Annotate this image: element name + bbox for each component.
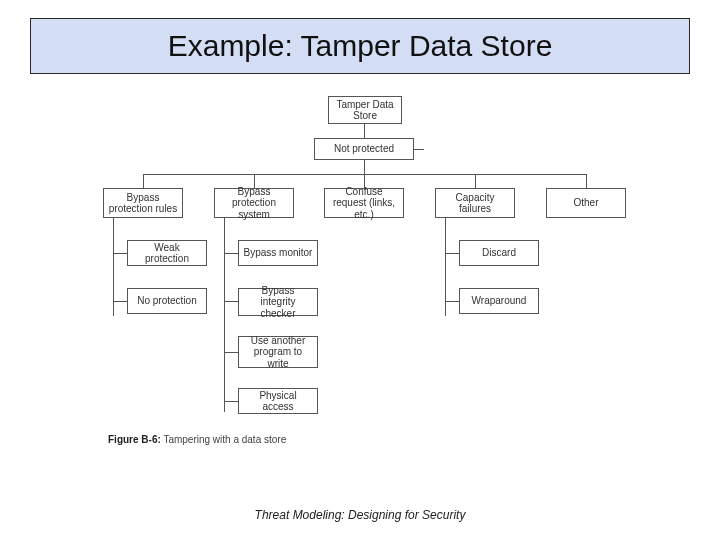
node-weak-protection: Weak protection <box>127 240 207 266</box>
node-discard: Discard <box>459 240 539 266</box>
node-bypass-protection-system: Bypass protection system <box>214 188 294 218</box>
node-confuse-request: Confuse request (links, etc.) <box>324 188 404 218</box>
connector <box>113 301 127 302</box>
connector <box>586 174 587 188</box>
node-bypass-integrity-checker: Bypass integrity checker <box>238 288 318 316</box>
figure-caption: Figure B-6: Tampering with a data store <box>108 434 286 445</box>
node-not-protected: Not protected <box>314 138 414 160</box>
node-use-another-program: Use another program to write <box>238 336 318 368</box>
node-bypass-protection-rules: Bypass protection rules <box>103 188 183 218</box>
connector <box>224 401 238 402</box>
connector <box>364 160 365 174</box>
connector <box>364 124 365 138</box>
slide: Example: Tamper Data Store Tamper Data S… <box>0 0 720 540</box>
connector <box>445 301 459 302</box>
tree-diagram: Tamper Data Store Not protected Bypass p… <box>0 90 720 480</box>
connector <box>224 301 238 302</box>
connector <box>475 174 476 188</box>
connector <box>224 253 238 254</box>
connector <box>414 149 424 150</box>
connector <box>113 253 127 254</box>
connector <box>224 218 225 412</box>
connector <box>445 253 459 254</box>
connector <box>143 174 144 188</box>
connector <box>143 174 587 175</box>
node-bypass-monitor: Bypass monitor <box>238 240 318 266</box>
connector <box>224 352 238 353</box>
node-other: Other <box>546 188 626 218</box>
node-capacity-failures: Capacity failures <box>435 188 515 218</box>
node-physical-access: Physical access <box>238 388 318 414</box>
title-bar: Example: Tamper Data Store <box>30 18 690 74</box>
slide-title: Example: Tamper Data Store <box>168 29 553 63</box>
node-wraparound: Wraparound <box>459 288 539 314</box>
node-root: Tamper Data Store <box>328 96 402 124</box>
figure-caption-text: Tampering with a data store <box>161 434 286 445</box>
figure-number: Figure B-6: <box>108 434 161 445</box>
node-no-protection: No protection <box>127 288 207 314</box>
footer-text: Threat Modeling: Designing for Security <box>0 508 720 522</box>
